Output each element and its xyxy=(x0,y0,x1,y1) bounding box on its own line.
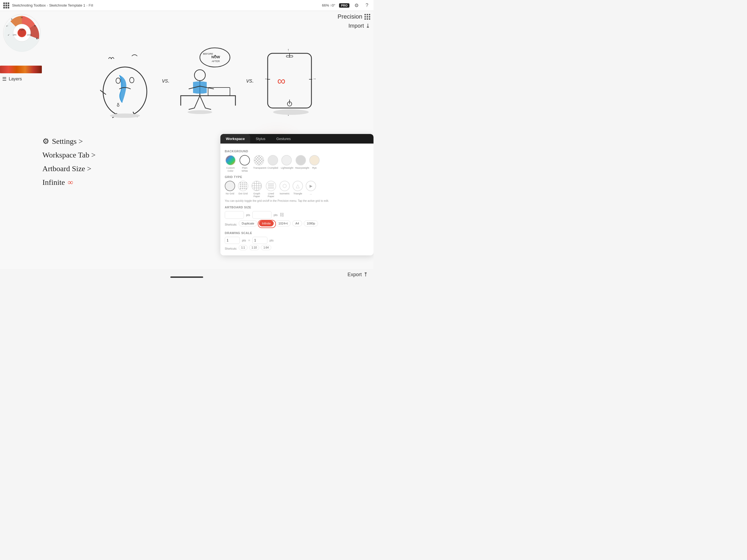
infinite-line: Infinite ∞ xyxy=(42,178,209,187)
svg-point-25 xyxy=(187,110,212,114)
grid-option-lined[interactable]: Lined Paper xyxy=(265,181,277,198)
bottom-section: ⚙ Settings > Workspace Tab > Artboard Si… xyxy=(42,137,209,255)
infinite-text: Infinite xyxy=(42,178,65,187)
canvas-area: δ vs. BEFORE NOW AFTER ✚ xyxy=(0,11,374,269)
scale-shortcut-1-64[interactable]: 1:64 xyxy=(261,245,271,250)
drawing-scale-input-2[interactable] xyxy=(252,237,267,244)
svg-text:↙: ↙ xyxy=(8,33,10,36)
bg-circle-plain-white[interactable] xyxy=(239,155,250,166)
app-name[interactable]: Sketchnoting Toolbox xyxy=(12,3,46,7)
breadcrumb: Sketchnoting Toolbox › Sketchnote Templa… xyxy=(12,3,93,7)
color-strip[interactable] xyxy=(0,66,42,73)
scale-shortcut-1-1[interactable]: 1:1 xyxy=(239,245,248,250)
bg-label-white: Plain White xyxy=(239,167,251,173)
grid-option-dot[interactable]: Dot Grid xyxy=(238,181,248,198)
background-section-title: BACKGROUND xyxy=(225,150,369,153)
svg-text:∞: ∞ xyxy=(277,74,285,87)
export-button[interactable]: Export ⤒ xyxy=(347,271,368,278)
bg-circle-lightweight[interactable] xyxy=(281,155,292,166)
panel-tabs: Workspace Stylus Gestures xyxy=(221,134,374,144)
sketch-1: δ xyxy=(96,42,156,119)
fill-label: Fill xyxy=(88,3,93,7)
shortcut-infinite[interactable]: Infinite xyxy=(259,221,274,226)
tab-workspace[interactable]: Workspace xyxy=(221,134,250,144)
settings-icon[interactable]: ⚙ xyxy=(353,2,360,9)
left-panel: 3 pts 18% 100% ✏ ✒ ◐ ↙ ↩ ✦ ☰ Layers xyxy=(0,11,42,280)
bg-circle-custom-color[interactable] xyxy=(225,155,236,166)
link-dimensions-icon[interactable]: ⛓ xyxy=(280,212,284,218)
svg-point-15 xyxy=(130,77,134,83)
artboard-width-input[interactable] xyxy=(225,211,244,219)
svg-text:100%: 100% xyxy=(27,34,32,36)
bg-option-custom[interactable]: Custom Color xyxy=(225,155,236,173)
settings-panel: Workspace Stylus Gestures BACKGROUND Cus… xyxy=(221,134,374,255)
grid-circle-isometric[interactable]: ⬡ xyxy=(279,181,290,191)
grid-option-triangle[interactable]: △ Triangle xyxy=(292,181,303,198)
import-row[interactable]: Import ⤓ xyxy=(349,22,370,29)
grid-option-more[interactable]: ▶ ... xyxy=(306,181,316,198)
svg-text:→: → xyxy=(312,77,316,81)
bg-option-heavyweight[interactable]: Heavyweight xyxy=(295,155,307,173)
scale-shortcut-1-10[interactable]: 1:10 xyxy=(249,245,259,250)
artboard-text: Artboard Size > xyxy=(42,164,91,173)
shortcut-1080p[interactable]: 1080p xyxy=(304,221,318,226)
drawing-scale-section-title: DRAWING SCALE xyxy=(225,231,369,235)
svg-text:✚: ✚ xyxy=(214,54,216,57)
bg-option-crumpled[interactable]: Crumpled xyxy=(267,155,278,173)
bg-circle-crumpled[interactable] xyxy=(268,155,278,166)
layers-button[interactable]: ☰ Layers xyxy=(2,76,22,82)
bg-label-rye: Rye xyxy=(312,167,317,170)
shortcut-1024[interactable]: 1024×t xyxy=(275,221,291,226)
tab-gestures[interactable]: Gestures xyxy=(271,134,297,144)
shortcut-duplicate[interactable]: Duplicate xyxy=(239,221,257,226)
help-icon[interactable]: ? xyxy=(364,2,370,9)
settings-text: Settings > xyxy=(52,137,83,146)
grid-label-lined: Lined Paper xyxy=(265,192,277,198)
tool-wheel[interactable]: 3 pts 18% 100% ✏ ✒ ◐ ↙ ↩ ✦ xyxy=(2,13,42,61)
grid-option-graph[interactable]: Graph Paper xyxy=(251,181,262,198)
grid-circle-graph[interactable] xyxy=(252,181,262,191)
svg-point-34 xyxy=(273,109,309,115)
drawing-scale-input-1[interactable] xyxy=(225,237,240,244)
breadcrumb-sep2: › xyxy=(86,3,87,7)
svg-point-14 xyxy=(116,78,120,83)
grid-circle-dot[interactable] xyxy=(238,181,248,191)
grid-hint: You can quickly toggle the grid on/off i… xyxy=(225,199,369,203)
apps-icon[interactable] xyxy=(3,2,9,8)
drawing-scale-row: pts = pts xyxy=(225,237,369,244)
artboard-size-row: pts pts ⛓ xyxy=(225,211,369,219)
bg-option-white[interactable]: Plain White xyxy=(239,155,251,173)
zoom-display: 66% ↑0° xyxy=(322,3,335,7)
grid-circle-triangle[interactable]: △ xyxy=(292,181,303,191)
grid-option-isometric[interactable]: ⬡ Isometric xyxy=(279,181,290,198)
artboard-height-input[interactable] xyxy=(252,211,272,219)
svg-text:δ: δ xyxy=(117,102,120,108)
bg-option-transparent[interactable]: Transparent xyxy=(253,155,265,173)
equals-sign: = xyxy=(248,238,250,242)
grid-label-isometric: Isometric xyxy=(280,192,290,195)
bg-option-rye[interactable]: Rye xyxy=(309,155,319,173)
precision-row[interactable]: Precision xyxy=(338,13,370,20)
background-options: Custom Color Plain White Transparent Cru… xyxy=(225,155,369,173)
grid-label-graph: Graph Paper xyxy=(251,192,262,198)
tab-stylus[interactable]: Stylus xyxy=(250,134,271,144)
bg-circle-transparent[interactable] xyxy=(254,155,264,166)
svg-text:AFTER: AFTER xyxy=(212,60,220,62)
bg-option-lightweight[interactable]: Lightweight xyxy=(281,155,292,173)
artboard-section-title: ARTBOARD SIZE xyxy=(225,206,369,209)
bg-label-lightweight: Lightweight xyxy=(281,167,292,170)
doc-name[interactable]: Sketchnote Template 1 xyxy=(49,3,85,7)
shortcut-a4[interactable]: A4 xyxy=(292,221,302,226)
grid-circle-more[interactable]: ▶ xyxy=(306,181,316,191)
svg-text:✒: ✒ xyxy=(34,24,36,27)
svg-text:↑: ↑ xyxy=(287,48,289,52)
bg-circle-rye[interactable] xyxy=(309,155,319,166)
artboard-shortcuts-label: Shortcuts: xyxy=(225,223,237,226)
grid-circle-lined[interactable] xyxy=(266,181,276,191)
grid-option-none[interactable]: No Grid xyxy=(225,181,235,198)
grid-circle-no-grid[interactable] xyxy=(225,181,235,191)
bg-circle-heavyweight[interactable] xyxy=(295,155,306,166)
scale-shortcuts: 1:1 1:10 1:64 xyxy=(239,245,271,250)
svg-point-16 xyxy=(110,113,140,118)
topbar-right-controls: 66% ↑0° PRO ⚙ ? xyxy=(322,2,370,9)
